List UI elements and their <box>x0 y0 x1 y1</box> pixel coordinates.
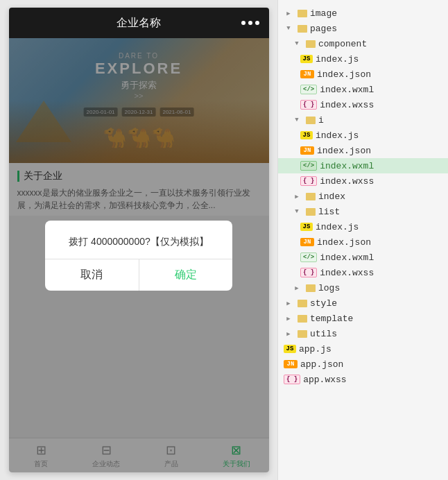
folder-img-component <box>306 40 316 48</box>
topbar-dots <box>241 21 259 25</box>
json-badge-1: JN <box>300 70 314 78</box>
phone-topbar: 企业名称 <box>9 8 269 38</box>
wxss-badge-1: { } <box>300 100 317 110</box>
js-badge-1: JS <box>300 55 313 63</box>
cancel-button[interactable]: 取消 <box>45 259 139 291</box>
dialog-message: 拨打 4000000000?【仅为模拟】 <box>45 221 232 259</box>
folder-img-utils <box>298 330 307 338</box>
folder-img-logs <box>306 284 316 292</box>
file-i-wxml-label: index.wxml <box>320 161 374 171</box>
folder-utils[interactable]: utils <box>278 326 448 341</box>
folder-img-image <box>298 10 307 17</box>
folder-component-label: component <box>318 39 367 49</box>
json-badge-3: JN <box>300 238 314 246</box>
folder-utils-label: utils <box>310 329 337 339</box>
folder-img-i <box>306 117 316 124</box>
file-list-wxml[interactable]: </> index.wxml <box>278 250 448 265</box>
json-badge-2: JN <box>300 146 314 155</box>
folder-pages[interactable]: pages <box>278 21 448 36</box>
folder-arrow-image <box>284 8 295 19</box>
js-badge-app: JS <box>284 345 296 353</box>
file-list-json[interactable]: JN index.json <box>278 234 448 250</box>
wxml-badge-1: </> <box>300 85 317 94</box>
file-component-json-label: index.json <box>317 69 371 80</box>
folder-arrow-template <box>284 313 295 324</box>
folder-arrow-pages <box>284 23 295 34</box>
folder-template[interactable]: template <box>278 311 448 326</box>
call-dialog: 拨打 4000000000?【仅为模拟】 取消 确定 <box>45 221 232 291</box>
wxml-badge-2: </> <box>300 161 317 171</box>
file-i-wxss[interactable]: { } index.wxss <box>278 173 448 189</box>
file-component-js[interactable]: JS index.js <box>278 51 448 67</box>
folder-index-label: index <box>318 191 345 202</box>
folder-i[interactable]: i <box>278 112 448 128</box>
file-component-wxss[interactable]: { } index.wxss <box>278 97 448 112</box>
folder-image[interactable]: image <box>278 6 448 21</box>
dot-3 <box>255 21 259 25</box>
json-badge-app: JN <box>284 360 298 368</box>
file-i-json[interactable]: JN index.json <box>278 143 448 158</box>
folder-template-label: template <box>310 314 353 324</box>
file-component-wxml-label: index.wxml <box>320 85 374 95</box>
dialog-overlay[interactable]: 拨打 4000000000?【仅为模拟】 取消 确定 <box>9 38 269 472</box>
wxss-badge-2: { } <box>300 176 317 186</box>
wxss-badge-3: { } <box>300 268 317 277</box>
file-list-js[interactable]: JS index.js <box>278 219 448 234</box>
folder-img-template <box>298 315 307 323</box>
file-i-js[interactable]: JS index.js <box>278 128 448 143</box>
file-i-js-label: index.js <box>316 130 359 141</box>
folder-img-style <box>298 300 307 307</box>
wxss-badge-app: { } <box>284 375 300 384</box>
file-i-wxss-label: index.wxss <box>320 176 374 187</box>
file-app-js[interactable]: JS app.js <box>278 341 448 357</box>
file-component-wxml[interactable]: </> index.wxml <box>278 82 448 97</box>
folder-arrow-logs <box>292 282 303 293</box>
file-app-js-label: app.js <box>299 344 331 354</box>
folder-list[interactable]: list <box>278 204 448 219</box>
folder-img-index <box>306 193 316 200</box>
folder-logs[interactable]: logs <box>278 280 448 295</box>
folder-img-pages <box>298 25 307 33</box>
folder-arrow-style <box>284 298 295 309</box>
confirm-button[interactable]: 确定 <box>139 259 233 291</box>
file-i-json-label: index.json <box>317 146 371 156</box>
dialog-actions: 取消 确定 <box>45 259 232 291</box>
folder-arrow-list <box>292 206 303 217</box>
folder-style[interactable]: style <box>278 295 448 311</box>
phone-content: DARE TO EXPLORE 勇于探索 >> 🐪🐪🐪 2020-01-01 2… <box>9 38 269 472</box>
folder-logs-label: logs <box>318 283 340 293</box>
js-badge-3: JS <box>300 223 313 231</box>
phone-simulator: 企业名称 DARE TO EXPLORE 勇于探索 >> 🐪🐪🐪 <box>0 0 277 480</box>
file-app-wxss[interactable]: { } app.wxss <box>278 372 448 387</box>
folder-arrow-component <box>292 38 303 49</box>
file-list-json-label: index.json <box>317 237 371 248</box>
file-list-wxss[interactable]: { } index.wxss <box>278 265 448 280</box>
folder-image-label: image <box>310 8 337 19</box>
folder-pages-label: pages <box>310 24 337 34</box>
file-component-js-label: index.js <box>316 54 359 65</box>
dot-1 <box>241 21 245 25</box>
folder-list-label: list <box>318 207 340 217</box>
wxml-badge-3: </> <box>300 252 317 262</box>
js-badge-2: JS <box>300 131 313 139</box>
file-i-wxml[interactable]: </> index.wxml <box>278 158 448 173</box>
folder-component[interactable]: component <box>278 36 448 51</box>
file-component-json[interactable]: JN index.json <box>278 67 448 82</box>
file-app-json[interactable]: JN app.json <box>278 357 448 372</box>
file-component-wxss-label: index.wxss <box>320 100 374 110</box>
folder-index[interactable]: index <box>278 189 448 204</box>
folder-style-label: style <box>310 298 337 309</box>
phone-frame: 企业名称 DARE TO EXPLORE 勇于探索 >> 🐪🐪🐪 <box>9 8 269 472</box>
folder-arrow-utils <box>284 328 295 339</box>
file-tree-panel: image pages component JS index.js JN ind… <box>277 0 448 480</box>
folder-i-label: i <box>318 115 324 126</box>
dot-2 <box>248 21 252 25</box>
folder-arrow-i <box>292 114 303 126</box>
file-list-wxss-label: index.wxss <box>320 268 374 278</box>
file-list-wxml-label: index.wxml <box>320 252 374 263</box>
file-app-wxss-label: app.wxss <box>303 375 346 385</box>
phone-title: 企业名称 <box>117 16 161 31</box>
folder-arrow-index <box>292 191 303 202</box>
file-app-json-label: app.json <box>300 359 343 370</box>
folder-img-list <box>306 208 316 216</box>
